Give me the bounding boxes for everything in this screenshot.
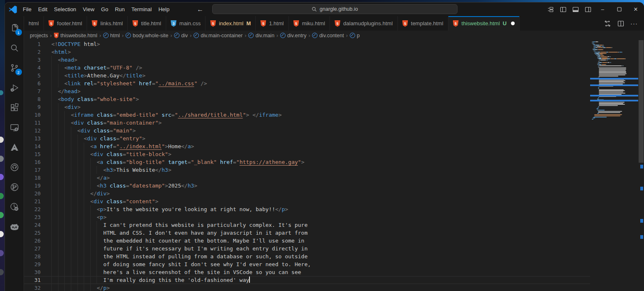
tab-links.html[interactable]: 5links.html — [87, 16, 128, 31]
line-content: of doing some fancy shit I don't see why… — [51, 260, 590, 268]
symbol-element-icon — [248, 33, 254, 38]
minimap[interactable] — [590, 40, 638, 291]
menu-file[interactable]: File — [19, 5, 35, 14]
breadcrumb-file[interactable]: 5thiswebsite.html — [54, 33, 97, 38]
code-line[interactable]: 10<iframe class="embed-title" src="../sh… — [24, 111, 590, 119]
breadcrumb-item[interactable]: p — [350, 33, 360, 38]
code-line[interactable]: 21<div class="content"> — [24, 197, 590, 205]
activity-git-graph-icon[interactable] — [5, 178, 24, 197]
tab-miku.html[interactable]: 5miku.html — [289, 16, 330, 31]
breadcrumb-item[interactable]: div.main-container — [194, 33, 242, 38]
close-button[interactable]: ✕ — [627, 2, 644, 16]
tab-dalamudplugins.html[interactable]: 5dalamudplugins.html — [330, 16, 397, 31]
desktop-icon — [0, 250, 4, 256]
activity-explorer-icon[interactable]: 1 — [5, 19, 24, 38]
breadcrumb-item[interactable]: body.whole-site — [126, 33, 168, 38]
maximize-button[interactable] — [611, 2, 627, 16]
breadcrumb-item[interactable]: div.entry — [280, 33, 306, 38]
code-line[interactable]: 25HTML and CSS. I don't even have any ja… — [24, 229, 590, 237]
code-area[interactable]: 1<!DOCTYPE html>2<html>3<head>4<meta cha… — [24, 40, 590, 291]
back-button[interactable]: ← — [197, 6, 203, 13]
html-file-icon: 5 — [48, 20, 54, 27]
customize-layout-icon[interactable] — [545, 5, 557, 14]
breadcrumb-item[interactable]: div — [174, 33, 188, 38]
code-line[interactable]: 15<div class="title-block"> — [24, 150, 590, 158]
tab-main.css[interactable]: 3main.css — [166, 16, 206, 31]
code-line[interactable]: 32</p> — [24, 284, 590, 291]
menu-run[interactable]: Run — [111, 5, 128, 14]
toggle-secondary-sidebar-icon[interactable] — [582, 5, 594, 14]
code-line[interactable]: 5<title>Athene.Gay</title> — [24, 72, 590, 79]
code-line[interactable]: 14<a href="../index.html">Home</a> — [24, 142, 590, 150]
code-line[interactable]: 31I'm really doing this the 'old-fashion… — [24, 276, 590, 284]
code-line[interactable]: 29of doing some fancy shit I don't see w… — [24, 260, 590, 268]
activity-godot-icon[interactable] — [5, 217, 24, 236]
tab-title.html[interactable]: 5title.html — [128, 16, 166, 31]
code-line[interactable]: 16<a class="blog-title" target="_blank" … — [24, 158, 590, 166]
code-line[interactable]: 1<!DOCTYPE html> — [24, 40, 590, 48]
breadcrumb-item[interactable]: projects — [30, 33, 48, 38]
line-number: 30 — [24, 268, 41, 276]
code-editor[interactable]: 1<!DOCTYPE html>2<html>3<head>4<meta cha… — [24, 40, 644, 291]
code-line[interactable]: 6<link rel="stylesheet" href="../main.cs… — [24, 79, 590, 87]
code-line[interactable]: 13<div class="entry"> — [24, 135, 590, 142]
code-line[interactable]: 9<div> — [24, 103, 590, 111]
tab-thiswebsite.html[interactable]: 5thiswebsite.htmlU — [448, 16, 520, 31]
toggle-primary-sidebar-icon[interactable] — [557, 5, 569, 14]
tab-index.html[interactable]: 5index.htmlM — [206, 16, 256, 31]
code-line[interactable]: 28the HTML instead of pulling from a dat… — [24, 253, 590, 260]
tab-html[interactable]: html — [24, 16, 44, 31]
menu-go[interactable]: Go — [98, 5, 111, 14]
code-line[interactable]: 12<div class="main"> — [24, 127, 590, 135]
split-editor-icon[interactable] — [615, 19, 627, 29]
code-line[interactable]: 23<p> — [24, 213, 590, 221]
command-center-search[interactable]: gnargle.github.io — [212, 4, 458, 14]
activity-source-control-icon[interactable]: 2 — [5, 58, 24, 77]
title-bar: FileEditSelectionViewGoRunTerminalHelp ←… — [5, 2, 644, 16]
code-line[interactable]: 4<meta charset="UTF-8" /> — [24, 64, 590, 72]
code-line[interactable]: 3<head> — [24, 56, 590, 64]
toggle-panel-icon[interactable] — [569, 5, 582, 14]
breadcrumb-item[interactable]: div.content — [312, 33, 344, 38]
line-number: 24 — [24, 221, 41, 229]
code-line[interactable]: 2<html> — [24, 48, 590, 56]
activity-gitlens-icon[interactable] — [5, 197, 24, 216]
minimize-button[interactable]: – — [594, 2, 611, 16]
tab-1.html[interactable]: 51.html — [256, 16, 288, 31]
breadcrumb-separator: › — [276, 33, 279, 38]
menu-view[interactable]: View — [80, 5, 98, 14]
code-line[interactable]: 8<body class="whole-site"> — [24, 95, 590, 103]
scrollbar-thumb[interactable] — [639, 40, 644, 163]
activity-a-logo-icon[interactable] — [5, 138, 24, 157]
breadcrumb-item[interactable]: div.main — [248, 33, 274, 38]
tab-template.html[interactable]: 5template.html — [398, 16, 448, 31]
menu-edit[interactable]: Edit — [35, 5, 51, 14]
code-line[interactable]: 7</head> — [24, 87, 590, 95]
activity-extensions-icon[interactable] — [5, 98, 24, 117]
activity-run-debug-icon[interactable] — [5, 78, 24, 97]
menu-help[interactable]: Help — [155, 5, 173, 14]
tab-label: links.html — [100, 20, 123, 26]
activity-github-icon[interactable] — [5, 158, 24, 177]
activity-remote-explorer-icon[interactable] — [5, 118, 24, 137]
tab-footer.html[interactable]: 5footer.html — [44, 16, 87, 31]
unsaved-dot-icon[interactable] — [511, 22, 515, 25]
code-line[interactable]: 22<p>It's the website you're looking at … — [24, 205, 590, 213]
more-actions-icon[interactable]: ··· — [628, 19, 640, 29]
code-line[interactable]: 11<div class="main-container"> — [24, 119, 590, 127]
breadcrumb-item[interactable]: html — [103, 33, 120, 38]
code-line[interactable]: 18</a> — [24, 174, 590, 182]
code-line[interactable]: 17<h3>This Website</h3> — [24, 166, 590, 174]
code-line[interactable]: 19<h3 class="datestamp">2025</h3> — [24, 182, 590, 190]
menu-terminal[interactable]: Terminal — [128, 5, 155, 14]
code-line[interactable]: 27future if it's necessary but I'm writi… — [24, 245, 590, 253]
activity-search-icon[interactable] — [5, 38, 24, 58]
code-line[interactable]: 26the embedded hit counter at the bottom… — [24, 237, 590, 245]
menu-selection[interactable]: Selection — [51, 5, 79, 14]
code-line[interactable]: 20</div> — [24, 190, 590, 197]
tab-label: main.css — [179, 20, 201, 26]
open-changes-icon[interactable] — [602, 19, 613, 29]
code-line[interactable]: 30here's a live screenshot of the site i… — [24, 268, 590, 276]
vertical-scrollbar[interactable] — [638, 40, 644, 291]
code-line[interactable]: 24I can't pretend this website is partic… — [24, 221, 590, 229]
